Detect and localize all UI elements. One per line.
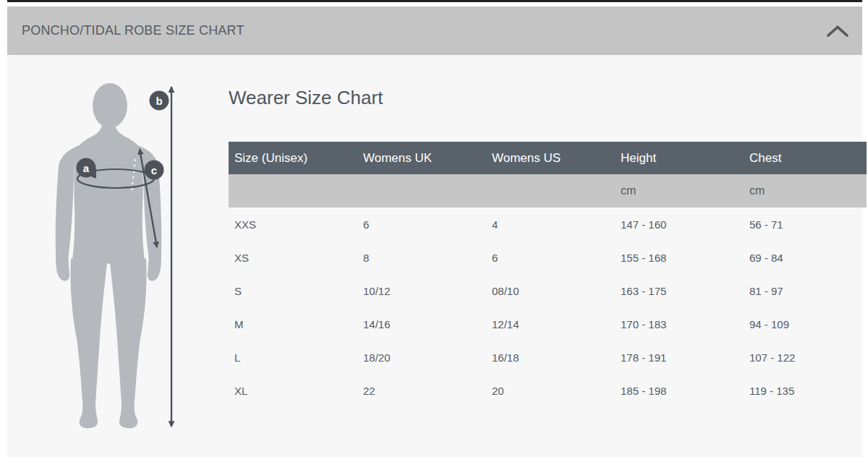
units-cell xyxy=(357,174,486,208)
table-cell: 6 xyxy=(486,241,615,274)
table-cell: 10/12 xyxy=(357,274,486,307)
table-cell: 4 xyxy=(486,208,615,241)
table-cell: 20 xyxy=(486,374,615,407)
body-silhouette xyxy=(56,83,162,428)
column-header: Size (Unisex) xyxy=(229,142,357,174)
size-chart-table: Size (Unisex)Womens UKWomens USHeightChe… xyxy=(229,142,867,407)
size-label: S xyxy=(229,274,357,307)
table-cell: 163 - 175 xyxy=(615,274,744,307)
table-row: L18/2016/18178 - 191107 - 122 xyxy=(229,341,867,374)
column-header: Womens UK xyxy=(357,142,486,174)
svg-text:c: c xyxy=(151,164,157,176)
column-header: Womens US xyxy=(486,142,615,174)
table-cell: 12/14 xyxy=(486,307,615,341)
table-cell: 107 - 122 xyxy=(744,341,867,374)
table-cell: 14/16 xyxy=(357,307,486,341)
table-cell: 18/20 xyxy=(357,341,486,374)
units-cell: cm xyxy=(744,174,867,208)
table-cell: 6 xyxy=(357,208,486,241)
table-cell: 170 - 183 xyxy=(615,307,744,341)
table-header-row: Size (Unisex)Womens UKWomens USHeightChe… xyxy=(229,142,867,174)
size-chart-area: Wearer Size Chart Size (Unisex)Womens UK… xyxy=(221,55,867,457)
size-label: M xyxy=(229,307,357,341)
table-cell: 119 - 135 xyxy=(744,374,867,407)
units-cell xyxy=(229,174,357,208)
table-cell: 56 - 71 xyxy=(744,208,867,241)
table-row: XL2220185 - 198119 - 135 xyxy=(229,374,867,407)
table-cell: 8 xyxy=(357,241,486,274)
table-row: S10/1208/10163 - 17581 - 97 xyxy=(229,274,867,307)
table-cell: 22 xyxy=(357,374,486,407)
page-title: Wearer Size Chart xyxy=(229,87,383,109)
chevron-up-icon[interactable] xyxy=(827,25,848,38)
column-header: Height xyxy=(615,142,744,174)
table-cell: 16/18 xyxy=(486,341,615,374)
units-cell: cm xyxy=(615,174,744,208)
svg-text:b: b xyxy=(156,95,162,107)
table-cell: 147 - 160 xyxy=(615,208,744,241)
size-label: XL xyxy=(229,374,357,407)
units-cell xyxy=(486,174,615,208)
accordion-header-size-chart[interactable]: PONCHO/TIDAL ROBE SIZE CHART xyxy=(7,7,862,55)
accordion-title: PONCHO/TIDAL ROBE SIZE CHART xyxy=(22,23,244,38)
svg-text:a: a xyxy=(83,162,90,174)
top-border xyxy=(7,0,862,2)
size-label: XXS xyxy=(229,208,357,241)
measurement-label-b: b xyxy=(150,91,169,111)
measurement-label-a: a xyxy=(77,158,96,178)
table-cell: 94 - 109 xyxy=(744,307,867,341)
table-cell: 185 - 198 xyxy=(615,374,744,407)
measurement-label-c: c xyxy=(145,161,164,180)
table-cell: 178 - 191 xyxy=(615,341,744,374)
table-cell: 155 - 168 xyxy=(615,241,744,274)
table-row: M14/1612/14170 - 18394 - 109 xyxy=(229,307,867,341)
body-measurement-diagram: a b c xyxy=(43,78,188,434)
column-header: Chest xyxy=(744,142,867,174)
table-cell: 08/10 xyxy=(486,274,615,307)
table-units-row: cmcm xyxy=(229,174,867,208)
size-chart-panel: a b c Wearer Size Chart Size (Unisex)Wom… xyxy=(7,55,862,457)
size-label: L xyxy=(229,341,357,374)
table-cell: 69 - 84 xyxy=(744,241,867,274)
size-label: XS xyxy=(229,241,357,274)
table-cell: 81 - 97 xyxy=(744,274,867,307)
table-row: XXS64147 - 16056 - 71 xyxy=(229,208,867,241)
table-row: XS86155 - 16869 - 84 xyxy=(229,241,867,274)
